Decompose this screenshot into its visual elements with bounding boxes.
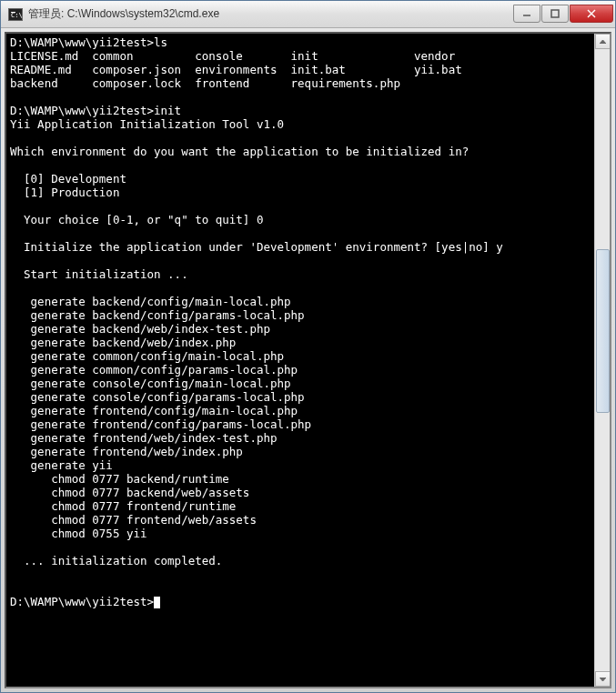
scrollbar[interactable] bbox=[594, 34, 610, 687]
minimize-icon bbox=[522, 9, 531, 18]
maximize-icon bbox=[550, 9, 560, 18]
close-icon bbox=[587, 9, 596, 18]
svg-marker-4 bbox=[600, 40, 606, 44]
scroll-down-button[interactable] bbox=[595, 671, 611, 687]
scrollbar-track[interactable] bbox=[595, 49, 610, 671]
minimize-button[interactable] bbox=[513, 5, 540, 23]
cmd-icon: C:\ bbox=[8, 8, 23, 21]
cmd-window: C:\ 管理员: C:\Windows\system32\cmd.exe bbox=[0, 0, 616, 693]
titlebar[interactable]: C:\ 管理员: C:\Windows\system32\cmd.exe bbox=[1, 1, 615, 28]
window-title: 管理员: C:\Windows\system32\cmd.exe bbox=[28, 6, 512, 22]
terminal-output[interactable]: D:\WAMP\www\yii2test>ls LICENSE.md commo… bbox=[6, 34, 594, 687]
svg-marker-5 bbox=[600, 678, 606, 681]
window-controls bbox=[512, 5, 613, 23]
chevron-down-icon bbox=[600, 678, 606, 681]
scroll-up-button[interactable] bbox=[595, 34, 611, 49]
cursor bbox=[154, 597, 160, 608]
maximize-button[interactable] bbox=[541, 5, 569, 23]
terminal-container: D:\WAMP\www\yii2test>ls LICENSE.md commo… bbox=[5, 32, 611, 688]
close-button[interactable] bbox=[570, 5, 613, 23]
svg-rect-1 bbox=[551, 10, 559, 17]
scrollbar-thumb[interactable] bbox=[596, 249, 610, 413]
chevron-up-icon bbox=[600, 40, 606, 44]
